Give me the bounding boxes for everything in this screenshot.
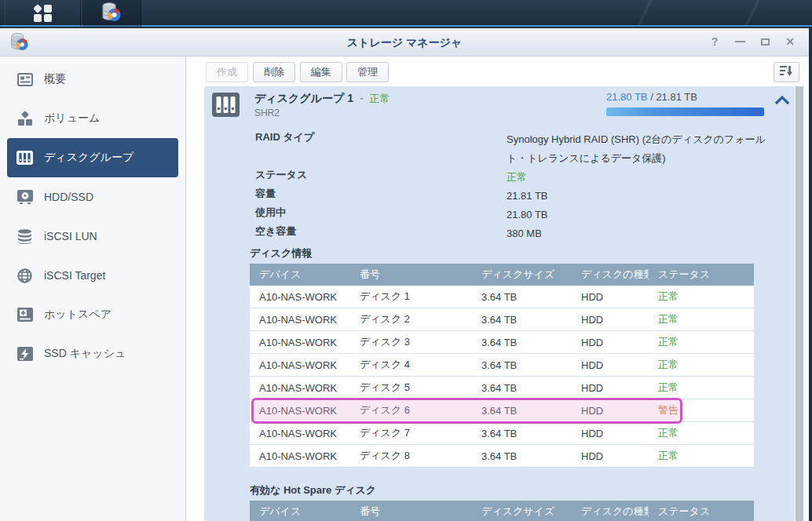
cell-device: A10-NAS-WORK xyxy=(250,450,350,462)
cell-device: A10-NAS-WORK xyxy=(250,382,350,394)
cell-type: HDD xyxy=(572,450,649,462)
status-value: 正常 xyxy=(507,168,772,187)
manage-button[interactable]: 管理 xyxy=(346,62,389,82)
cell-number: ディスク 6 xyxy=(350,403,472,417)
cell-status: 正常 xyxy=(649,335,754,349)
capacity-value: 21.81 TB xyxy=(507,187,772,206)
content-area: 作成 削除 編集 管理 xyxy=(186,56,809,521)
sidebar-item-volume[interactable]: ボリューム xyxy=(7,99,178,138)
disk-group-title: ディスクグループ 1 - 正常 xyxy=(254,92,390,106)
disk-row-4[interactable]: A10-NAS-WORK ディスク 4 3.64 TB HDD 正常 xyxy=(250,354,754,377)
disk-group-status: 正常 xyxy=(369,93,390,104)
create-button[interactable]: 作成 xyxy=(206,62,248,82)
cell-size: 3.64 TB xyxy=(472,337,572,348)
cell-size: 3.64 TB xyxy=(472,291,572,303)
cell-type: HDD xyxy=(572,314,649,326)
disk-row-7[interactable]: A10-NAS-WORK ディスク 7 3.64 TB HDD 正常 xyxy=(250,422,754,445)
collapse-sort-icon xyxy=(780,65,793,80)
column-header-device[interactable]: デバイス xyxy=(250,268,350,282)
taskbar xyxy=(0,0,812,27)
storage-manager-taskbar-button[interactable] xyxy=(82,0,141,27)
main-menu-button[interactable] xyxy=(5,0,81,27)
close-button[interactable]: ✕ xyxy=(784,35,796,48)
title-separator: - xyxy=(360,92,364,104)
window-titlebar: ストレージ マネージャ ? ✕ xyxy=(0,28,809,56)
sidebar-item-label: iSCSI Target xyxy=(44,269,105,282)
ssd-cache-icon xyxy=(14,347,35,361)
cell-type: HDD xyxy=(572,291,649,303)
screen: ストレージ マネージャ ? ✕ 概要 xyxy=(0,0,812,521)
cell-size: 3.64 TB xyxy=(472,405,572,417)
main-menu-icon xyxy=(33,5,53,23)
disk-row-3[interactable]: A10-NAS-WORK ディスク 3 3.64 TB HDD 正常 xyxy=(250,331,754,354)
sidebar-item-ssd-cache[interactable]: SSD キャッシュ xyxy=(7,334,178,373)
cell-size: 3.64 TB xyxy=(472,382,572,394)
window-title: ストレージ マネージャ xyxy=(0,36,809,50)
sidebar-item-label: ボリューム xyxy=(44,111,100,126)
collapse-panel-button[interactable] xyxy=(774,95,792,107)
free-label: 空き容量 xyxy=(255,224,296,239)
column-header-status[interactable]: ステータス xyxy=(649,505,754,519)
cell-device: A10-NAS-WORK xyxy=(250,405,350,417)
cell-status: 正常 xyxy=(649,312,754,326)
iscsi-target-icon xyxy=(14,268,35,283)
volume-icon xyxy=(14,111,35,126)
cell-number: ディスク 8 xyxy=(350,449,472,463)
disk-row-6[interactable]: A10-NAS-WORK ディスク 6 3.64 TB HDD 警告 xyxy=(250,399,754,422)
vertical-scrollbar[interactable] xyxy=(796,86,803,521)
disk-info-table-header: デバイス 番号 ディスクサイズ ディスクの種類 ステータス xyxy=(250,264,754,286)
column-header-size[interactable]: ディスクサイズ xyxy=(472,268,572,282)
minimize-button[interactable] xyxy=(733,35,746,48)
column-header-type[interactable]: ディスクの種類 xyxy=(572,505,649,519)
sidebar-item-label: 概要 xyxy=(44,72,66,86)
cell-status: 正常 xyxy=(649,449,754,463)
sidebar-item-hot-spare[interactable]: ホットスペア xyxy=(7,295,178,334)
disk-row-2[interactable]: A10-NAS-WORK ディスク 2 3.64 TB HDD 正常 xyxy=(250,308,754,331)
sidebar-item-iscsi-lun[interactable]: iSCSI LUN xyxy=(7,217,178,256)
sidebar-item-hdd-ssd[interactable]: HDD/SSD xyxy=(7,177,178,217)
sidebar-item-label: HDD/SSD xyxy=(44,191,93,203)
cell-number: ディスク 7 xyxy=(350,426,472,440)
hdd-ssd-icon xyxy=(14,190,35,204)
column-header-type[interactable]: ディスクの種類 xyxy=(572,268,649,282)
cell-size: 3.64 TB xyxy=(472,314,572,326)
sidebar-item-disk-group[interactable]: ディスクグループ xyxy=(7,138,178,177)
column-header-size[interactable]: ディスクサイズ xyxy=(472,505,572,519)
sidebar: 概要 ボリューム xyxy=(0,56,186,521)
usage-total: 21.81 TB xyxy=(656,91,697,103)
column-header-device[interactable]: デバイス xyxy=(250,505,350,519)
collapse-sort-button[interactable] xyxy=(774,62,799,82)
disk-row-5[interactable]: A10-NAS-WORK ディスク 5 3.64 TB HDD 正常 xyxy=(250,377,754,399)
sidebar-item-iscsi-target[interactable]: iSCSI Target xyxy=(7,256,178,295)
cell-status: 正常 xyxy=(649,381,754,395)
disk-row-1[interactable]: A10-NAS-WORK ディスク 1 3.64 TB HDD 正常 xyxy=(250,286,754,308)
hot-spare-table: デバイス 番号 ディスクサイズ ディスクの種類 ステータス xyxy=(250,501,754,521)
capacity-label: 容量 xyxy=(255,187,276,201)
storage-manager-icon xyxy=(101,2,122,26)
help-button[interactable]: ? xyxy=(708,35,721,48)
disk-row-8[interactable]: A10-NAS-WORK ディスク 8 3.64 TB HDD 正常 xyxy=(250,445,754,468)
cell-status: 正常 xyxy=(649,426,754,440)
maximize-button[interactable] xyxy=(759,35,771,48)
column-header-number[interactable]: 番号 xyxy=(350,268,472,282)
cell-status: 警告 xyxy=(649,403,754,417)
sidebar-item-overview[interactable]: 概要 xyxy=(7,60,178,99)
raid-type-value: Synology Hybrid RAID (SHR) (2台のディスクのフォール… xyxy=(507,130,772,168)
hot-spare-section-title: 有効な Hot Spare ディスク xyxy=(250,483,376,497)
window-controls: ? ✕ xyxy=(708,35,796,48)
cell-size: 3.64 TB xyxy=(472,450,572,462)
disk-group-panel: ディスクグループ 1 - 正常 SHR2 21.80 TB / 21.81 TB… xyxy=(204,86,795,521)
hot-spare-icon xyxy=(14,308,35,322)
disk-info-table: デバイス 番号 ディスクサイズ ディスクの種類 ステータス A10-NAS-WO… xyxy=(250,264,754,468)
delete-button[interactable]: 削除 xyxy=(253,62,295,82)
column-header-status[interactable]: ステータス xyxy=(649,268,754,282)
raid-type-label: RAID タイプ xyxy=(255,130,314,144)
cell-number: ディスク 3 xyxy=(350,335,472,349)
cell-type: HDD xyxy=(572,359,649,371)
cell-status: 正常 xyxy=(649,358,754,372)
cell-device: A10-NAS-WORK xyxy=(250,428,350,439)
edit-button[interactable]: 編集 xyxy=(300,62,342,82)
cell-type: HDD xyxy=(572,405,649,417)
disk-group-panel-icon xyxy=(212,93,240,120)
column-header-number[interactable]: 番号 xyxy=(350,505,472,519)
